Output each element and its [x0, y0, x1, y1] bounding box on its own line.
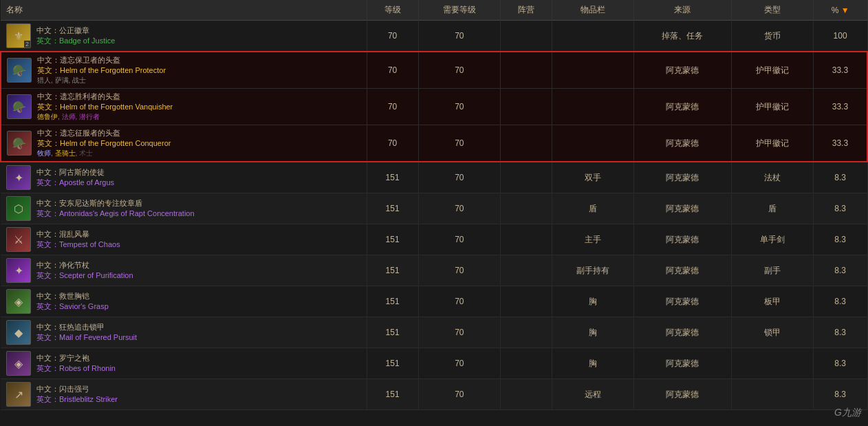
- item-req-level: 70: [418, 193, 500, 224]
- item-icon: ◈: [6, 351, 31, 376]
- item-level: 70: [367, 52, 418, 89]
- item-icon: ◈: [6, 289, 31, 314]
- item-faction: [500, 89, 552, 125]
- item-level: 151: [367, 224, 418, 255]
- item-pct: 8.3: [813, 162, 867, 193]
- item-req-level: 70: [418, 89, 500, 125]
- item-type: [731, 348, 813, 379]
- item-icon: ↗: [6, 382, 31, 407]
- item-name-cell[interactable]: ⬡ 中文：安东尼达斯的专注纹章盾 英文：Antonidas's Aegis of…: [1, 193, 367, 224]
- item-name-cell[interactable]: ↗ 中文：闪击强弓 英文：Bristleblitz Striker: [1, 379, 367, 410]
- item-type: 单手剑: [731, 224, 813, 255]
- item-slot: [552, 89, 634, 125]
- item-icon: ✦: [6, 165, 31, 190]
- item-level: 151: [367, 255, 418, 286]
- item-name-cell[interactable]: 🪖 中文：遗忘保卫者的头盔 英文：Helm of the Forgotten P…: [1, 52, 367, 89]
- item-req-level: 70: [418, 21, 500, 52]
- item-type: 锁甲: [731, 317, 813, 348]
- item-source: 阿克蒙德: [634, 286, 731, 317]
- item-pct: 8.3: [813, 317, 867, 348]
- col-type[interactable]: 类型: [731, 0, 813, 21]
- item-en-name[interactable]: 英文：Tempest of Chaos: [36, 239, 120, 250]
- item-name-cell[interactable]: ⚜ 2 中文：公正徽章 英文：Badge of Justice: [1, 21, 367, 52]
- item-pct: 8.3: [813, 286, 867, 317]
- table-row: ◆ 中文：狂热追击锁甲 英文：Mail of Fevered Pursuit 1…: [1, 317, 867, 348]
- item-name-cell[interactable]: 🪖 中文：遗忘胜利者的头盔 英文：Helm of the Forgotten V…: [1, 89, 367, 125]
- item-cn-name: 中文：安东尼达斯的专注纹章盾: [36, 198, 195, 209]
- item-en-name[interactable]: 英文：Scepter of Purification: [36, 270, 133, 281]
- item-type: 副手: [731, 255, 813, 286]
- item-faction: [500, 286, 552, 317]
- item-slot: 胸: [552, 317, 634, 348]
- item-source: 阿克蒙德: [634, 224, 731, 255]
- item-en-name[interactable]: 英文：Antonidas's Aegis of Rapt Concentrati…: [36, 209, 195, 219]
- item-req-level: 70: [418, 162, 500, 193]
- item-en-name[interactable]: 英文：Apostle of Argus: [36, 178, 114, 188]
- col-pct[interactable]: % ▼: [813, 0, 867, 21]
- item-icon: 🪖: [7, 94, 32, 119]
- item-cn-name: 中文：罗宁之袍: [36, 353, 116, 363]
- item-cn-name: 中文：遗忘保卫者的头盔: [37, 55, 166, 65]
- item-en-name[interactable]: 英文：Mail of Fevered Pursuit: [36, 332, 137, 343]
- item-faction: [500, 224, 552, 255]
- table-row: ⬡ 中文：安东尼达斯的专注纹章盾 英文：Antonidas's Aegis of…: [1, 193, 867, 224]
- col-level[interactable]: 等级: [367, 0, 418, 21]
- item-en-name[interactable]: 英文：Robes of Rhonin: [36, 363, 116, 374]
- item-cn-name: 中文：狂热追击锁甲: [36, 322, 137, 332]
- item-name-cell[interactable]: ◈ 中文：救世胸铠 英文：Savior's Grasp: [1, 286, 367, 317]
- item-en-name[interactable]: 英文：Bristleblitz Striker: [36, 394, 118, 405]
- item-req-level: 70: [418, 224, 500, 255]
- table-row: ⚜ 2 中文：公正徽章 英文：Badge of Justice 7070掉落、任…: [1, 21, 867, 52]
- item-slot: 胸: [552, 348, 634, 379]
- item-icon: ◆: [6, 320, 31, 345]
- item-name-cell[interactable]: ◈ 中文：罗宁之袍 英文：Robes of Rhonin: [1, 348, 367, 379]
- item-type: 护甲徽记: [731, 89, 813, 125]
- item-en-name[interactable]: 英文：Helm of the Forgotten Protector: [37, 65, 166, 76]
- item-type: 法杖: [731, 162, 813, 193]
- item-req-level: 70: [418, 125, 500, 162]
- item-en-name[interactable]: 英文：Savior's Grasp: [36, 301, 109, 312]
- table-row: 🪖 中文：遗忘征服者的头盔 英文：Helm of the Forgotten C…: [1, 125, 867, 162]
- col-source[interactable]: 来源: [634, 0, 731, 21]
- item-cn-name: 中文：闪击强弓: [36, 384, 118, 394]
- item-type: 货币: [731, 21, 813, 52]
- item-name-cell[interactable]: ✦ 中文：阿古斯的使徒 英文：Apostle of Argus: [1, 162, 367, 193]
- item-name-cell[interactable]: ◆ 中文：狂热追击锁甲 英文：Mail of Fevered Pursuit: [1, 317, 367, 348]
- col-req-level[interactable]: 需要等级: [418, 0, 500, 21]
- item-name-cell[interactable]: ✦ 中文：净化节杖 英文：Scepter of Purification: [1, 255, 367, 286]
- item-icon: ⚔: [6, 227, 31, 252]
- item-req-level: 70: [418, 255, 500, 286]
- item-en-name[interactable]: 英文：Helm of the Forgotten Vanquisher: [37, 102, 173, 112]
- item-slot: 主手: [552, 224, 634, 255]
- item-source: 阿克蒙德: [634, 52, 731, 89]
- item-level: 151: [367, 348, 418, 379]
- item-cn-name: 中文：遗忘征服者的头盔: [37, 128, 171, 138]
- item-en-name[interactable]: 英文：Helm of the Forgotten Conqueror: [37, 138, 171, 149]
- col-faction[interactable]: 阵营: [500, 0, 552, 21]
- item-pct: 33.3: [813, 52, 867, 89]
- col-slot[interactable]: 物品栏: [552, 0, 634, 21]
- table-row: ⚔ 中文：混乱风暴 英文：Tempest of Chaos 15170主手阿克蒙…: [1, 224, 867, 255]
- item-cn-name: 中文：混乱风暴: [36, 229, 120, 239]
- item-level: 70: [367, 21, 418, 52]
- item-faction: [500, 162, 552, 193]
- item-name-cell[interactable]: ⚔ 中文：混乱风暴 英文：Tempest of Chaos: [1, 224, 367, 255]
- item-source: 阿克蒙德: [634, 193, 731, 224]
- item-name-cell[interactable]: 🪖 中文：遗忘征服者的头盔 英文：Helm of the Forgotten C…: [1, 125, 367, 162]
- item-icon: 🪖: [7, 131, 32, 156]
- item-source: 阿克蒙德: [634, 379, 731, 410]
- item-slot: 副手持有: [552, 255, 634, 286]
- item-cn-name: 中文：遗忘胜利者的头盔: [37, 92, 173, 102]
- item-req-level: 70: [418, 317, 500, 348]
- item-en-name[interactable]: 英文：Badge of Justice: [36, 36, 115, 46]
- item-level: 151: [367, 286, 418, 317]
- col-name[interactable]: 名称: [1, 0, 367, 21]
- item-level: 151: [367, 317, 418, 348]
- item-type: 盾: [731, 193, 813, 224]
- item-req-level: 70: [418, 286, 500, 317]
- item-faction: [500, 52, 552, 89]
- item-req-level: 70: [418, 348, 500, 379]
- item-level: 151: [367, 379, 418, 410]
- item-icon: ⚜ 2: [6, 23, 31, 48]
- item-pct: 100: [813, 21, 867, 52]
